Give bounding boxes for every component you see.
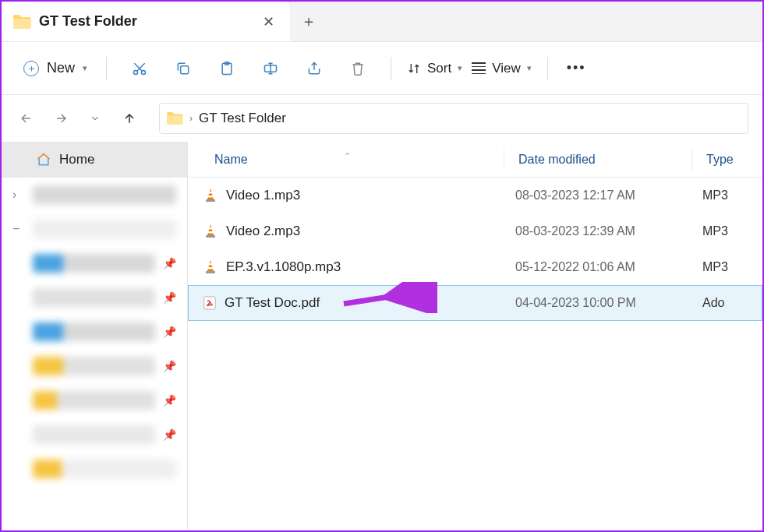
- pin-icon: 📌: [163, 428, 176, 441]
- column-header-date[interactable]: Date modified: [504, 153, 691, 167]
- sort-icon: [407, 62, 421, 76]
- file-row[interactable]: Video 1.mp308-03-2023 12:17 AMMP3: [188, 178, 762, 213]
- recent-locations-button[interactable]: [84, 107, 106, 129]
- file-name: EP.3.v1.1080p.mp3: [226, 259, 341, 275]
- sort-button[interactable]: Sort ▾: [402, 56, 467, 81]
- column-header-type[interactable]: Type: [692, 153, 762, 167]
- separator: [106, 57, 107, 80]
- home-icon: [36, 152, 51, 167]
- file-row[interactable]: Video 2.mp308-03-2023 12:39 AMMP3: [188, 213, 762, 249]
- vlc-icon: [203, 259, 218, 275]
- svg-rect-9: [209, 227, 213, 230]
- file-list-area: ⌃ Name Date modified Type Video 1.mp308-…: [187, 142, 762, 530]
- separator: [547, 57, 548, 80]
- file-list: Video 1.mp308-03-2023 12:17 AMMP3Video 2…: [188, 178, 762, 321]
- file-date: 05-12-2022 01:06 AM: [504, 260, 691, 274]
- more-button[interactable]: •••: [559, 55, 594, 81]
- content-area: Home › − 📌 📌 📌 📌 📌 📌 ⌃ Name Date modifie…: [2, 142, 762, 530]
- up-button[interactable]: [118, 107, 140, 129]
- address-bar[interactable]: › GT Test Folder: [159, 103, 748, 134]
- svg-rect-7: [208, 196, 214, 198]
- svg-rect-2: [181, 65, 189, 73]
- column-header-name[interactable]: ⌃ Name: [188, 153, 504, 167]
- sidebar-item-blurred[interactable]: 📌: [2, 315, 187, 349]
- copy-icon[interactable]: [168, 53, 199, 84]
- sort-label: Sort: [427, 61, 451, 76]
- svg-rect-8: [206, 199, 215, 202]
- toolbar: ＋ New ▾ Sort ▾ View ▾ •••: [2, 42, 762, 95]
- sidebar-item-blurred[interactable]: [2, 452, 187, 486]
- file-name: Video 2.mp3: [226, 224, 300, 239]
- file-row[interactable]: EP.3.v1.1080p.mp305-12-2022 01:06 AMMP3: [188, 249, 762, 285]
- pin-icon: 📌: [163, 360, 176, 372]
- separator: [391, 57, 391, 80]
- vlc-icon: [203, 188, 218, 203]
- breadcrumb-current[interactable]: GT Test Folder: [199, 111, 286, 126]
- chevron-down-icon: ▾: [458, 63, 462, 73]
- pin-icon: 📌: [163, 326, 176, 338]
- pdf-icon: [203, 296, 217, 310]
- sort-indicator-icon: ⌃: [344, 151, 351, 161]
- view-list-icon: [472, 62, 486, 74]
- file-name: Video 1.mp3: [226, 188, 300, 203]
- new-tab-button[interactable]: ＋: [290, 2, 327, 41]
- sidebar-item-blurred[interactable]: 📌: [2, 349, 187, 383]
- close-icon[interactable]: ✕: [260, 10, 278, 33]
- file-date: 04-04-2023 10:00 PM: [504, 296, 691, 310]
- tab-active[interactable]: GT Test Folder ✕: [2, 2, 290, 41]
- sidebar-item-blurred[interactable]: 📌: [2, 383, 187, 417]
- file-date: 08-03-2023 12:39 AM: [504, 224, 691, 238]
- address-row: › GT Test Folder: [2, 95, 762, 142]
- breadcrumb-separator: ›: [189, 113, 193, 124]
- sidebar-item-home[interactable]: Home: [2, 142, 187, 178]
- rename-icon[interactable]: [255, 53, 286, 84]
- tab-bar: GT Test Folder ✕ ＋: [2, 2, 762, 42]
- sidebar-item-blurred[interactable]: ›: [2, 178, 187, 212]
- file-type: MP3: [691, 188, 762, 203]
- new-button[interactable]: ＋ New ▾: [16, 55, 95, 81]
- paste-icon[interactable]: [211, 53, 242, 84]
- view-label: View: [492, 61, 521, 76]
- navigation-pane: Home › − 📌 📌 📌 📌 📌 📌: [2, 142, 187, 530]
- plus-circle-icon: ＋: [23, 61, 39, 76]
- folder-icon: [12, 14, 31, 30]
- vlc-icon: [203, 224, 218, 239]
- file-row[interactable]: GT Test Doc.pdf04-04-2023 10:00 PMAdo: [188, 285, 762, 321]
- cut-icon[interactable]: [124, 53, 155, 84]
- pin-icon: 📌: [163, 291, 176, 304]
- file-type: Ado: [691, 296, 762, 310]
- sidebar-item-label: Home: [59, 152, 94, 167]
- sidebar-item-blurred[interactable]: −: [2, 212, 187, 246]
- file-type: MP3: [691, 224, 762, 238]
- sidebar-item-blurred[interactable]: 📌: [2, 417, 187, 452]
- back-button[interactable]: [16, 107, 37, 129]
- chevron-down-icon: ▾: [83, 63, 87, 73]
- new-button-label: New: [47, 60, 75, 76]
- svg-rect-6: [209, 192, 213, 194]
- file-type: MP3: [691, 260, 762, 274]
- file-name: GT Test Doc.pdf: [225, 295, 320, 311]
- svg-rect-12: [209, 263, 213, 266]
- file-date: 08-03-2023 12:17 AM: [504, 188, 691, 203]
- folder-icon: [166, 111, 183, 125]
- tab-title: GT Test Folder: [39, 13, 252, 30]
- delete-icon[interactable]: [342, 53, 373, 84]
- column-headers: ⌃ Name Date modified Type: [188, 142, 762, 178]
- pin-icon: 📌: [163, 394, 176, 407]
- view-button[interactable]: View ▾: [467, 56, 536, 81]
- forward-button[interactable]: [50, 107, 72, 129]
- svg-rect-13: [208, 267, 214, 270]
- share-icon[interactable]: [299, 53, 330, 84]
- chevron-down-icon: ▾: [527, 63, 532, 73]
- svg-rect-14: [206, 271, 215, 273]
- sidebar-item-blurred[interactable]: 📌: [2, 246, 187, 280]
- svg-rect-11: [206, 235, 215, 238]
- sidebar-item-blurred[interactable]: 📌: [2, 280, 187, 315]
- svg-rect-10: [208, 231, 214, 234]
- pin-icon: 📌: [163, 257, 176, 270]
